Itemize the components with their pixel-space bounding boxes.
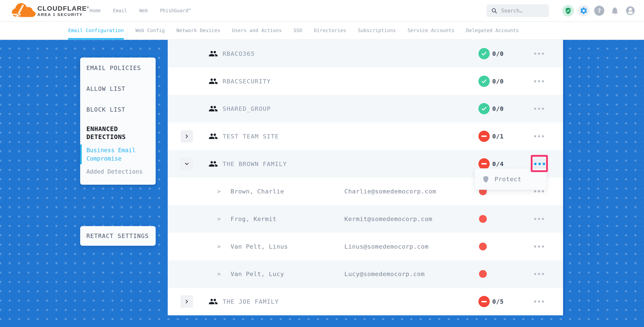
- brand-cloudflare: CLOUDFLARE®: [37, 4, 89, 12]
- member-email: Lucy@somedemocorp.com: [344, 271, 425, 278]
- help-icon[interactable]: ?: [594, 5, 605, 16]
- nav-home[interactable]: Home: [90, 8, 101, 13]
- gear-icon[interactable]: [578, 5, 590, 16]
- status-unprotected-dot: [479, 215, 487, 223]
- groups-panel: RBACO3650/0RBACSECURITY0/0SHARED_GROUP0/…: [168, 40, 563, 315]
- status-ok-icon: [478, 48, 490, 59]
- protected-count: 0/1: [492, 133, 504, 140]
- context-menu[interactable]: Protect: [474, 168, 546, 190]
- cloudflare-logo[interactable]: CLOUDFLARE® AREA 1 SECURITY: [11, 2, 89, 19]
- protected-count: 0/0: [492, 50, 504, 57]
- sidebar-item-business-email-compromise[interactable]: Business Email Compromise: [86, 146, 150, 163]
- member-email: Linus@somedemocorp.com: [344, 243, 428, 250]
- sidebar-item-allow-list[interactable]: ALLOW LIST: [80, 78, 156, 99]
- table-row-the-joe-family: THE JOE FAMILY0/5: [168, 288, 563, 315]
- tab-directories[interactable]: Directories: [314, 21, 346, 40]
- header-icon-row: ?: [562, 0, 636, 21]
- group-name: TEST TEAM SITE: [222, 133, 279, 140]
- sidebar-item-retract-settings[interactable]: RETRACT SETTINGS: [80, 226, 156, 246]
- row-menu-button[interactable]: [534, 190, 544, 192]
- status-blocked-icon: [478, 296, 490, 307]
- status-blocked-icon: [478, 158, 490, 170]
- group-name: RBACO365: [222, 50, 255, 57]
- expand-member-chevron[interactable]: >: [217, 216, 221, 222]
- sidebar-item-block-list[interactable]: BLOCK LIST: [80, 99, 156, 120]
- expand-member-chevron[interactable]: >: [217, 188, 221, 195]
- sidebar-card-retract: RETRACT SETTINGS: [80, 226, 156, 246]
- tab-subscriptions[interactable]: Subscriptions: [358, 21, 396, 40]
- table-row-frog-kermit: >Frog, KermitKermit@somedemocorp.com: [168, 205, 563, 233]
- protected-count: 0/4: [492, 160, 504, 167]
- brand-text: CLOUDFLARE® AREA 1 SECURITY: [37, 4, 89, 17]
- status-ok-icon: [478, 103, 490, 114]
- sidebar-item-added-detections[interactable]: Added Detections: [86, 167, 150, 176]
- group-name: SHARED_GROUP: [222, 105, 271, 112]
- table-row-rbaco365: RBACO3650/0: [168, 40, 563, 67]
- brand-trademark: ®: [87, 6, 89, 9]
- row-menu-button[interactable]: [534, 52, 544, 55]
- shield-check-icon[interactable]: [562, 5, 574, 16]
- nav-phishguard[interactable]: PhishGuard™: [160, 8, 191, 13]
- protected-count: 0/0: [492, 105, 504, 112]
- tab-email-configuration[interactable]: Email Configuration: [68, 21, 124, 40]
- row-menu-button[interactable]: [534, 108, 544, 110]
- tab-service-accounts[interactable]: Service Accounts: [408, 21, 454, 40]
- sidebar-card-policies: EMAIL POLICIESALLOW LISTBLOCK LISTENHANC…: [80, 57, 156, 185]
- protected-count: 0/0: [492, 78, 504, 85]
- sidebar-heading-enhanced-detections: ENHANCED DETECTIONS: [86, 125, 150, 141]
- panel-scrollbar[interactable]: [563, 40, 566, 315]
- row-menu-button[interactable]: [534, 273, 544, 275]
- expand-member-chevron[interactable]: >: [217, 271, 221, 277]
- search-icon: [491, 7, 497, 14]
- bell-icon[interactable]: [609, 5, 621, 16]
- group-icon: [208, 159, 218, 169]
- member-email: Kermit@somedemocorp.com: [344, 215, 432, 222]
- row-menu-button[interactable]: [534, 218, 544, 220]
- group-icon: [208, 49, 218, 58]
- member-name: Van Pelt, Linus: [230, 243, 288, 250]
- tab-users-and-actions[interactable]: Users and Actions: [232, 21, 282, 40]
- config-tabs-bar: Email ConfigurationWeb ConfigNetwork Dev…: [0, 21, 644, 40]
- table-row-test-team-site: TEST TEAM SITE0/1: [168, 122, 563, 150]
- context-menu-item-protect[interactable]: Protect: [494, 176, 522, 183]
- table-row-van-pelt-lucy: >Van Pelt, LucyLucy@somedemocorp.com: [168, 260, 563, 288]
- expand-member-chevron[interactable]: >: [217, 243, 221, 250]
- group-icon: [208, 77, 218, 86]
- app-background: CLOUDFLARE® AREA 1 SECURITY HomeEmailWeb…: [0, 0, 644, 327]
- expand-row-button[interactable]: [180, 130, 193, 142]
- sidebar-section-enhanced-detections: ENHANCED DETECTIONSBusiness Email Compro…: [80, 120, 156, 185]
- nav-web[interactable]: Web: [139, 8, 148, 13]
- status-blocked-icon: [478, 131, 490, 142]
- tab-sso[interactable]: SSO: [294, 21, 302, 40]
- row-menu-button[interactable]: [534, 301, 544, 303]
- table-row-van-pelt-linus: >Van Pelt, LinusLinus@somedemocorp.com: [168, 233, 563, 260]
- row-menu-button[interactable]: [534, 80, 544, 82]
- protected-count: 0/5: [492, 298, 504, 305]
- row-menu-button[interactable]: [534, 135, 544, 137]
- table-row-shared-group: SHARED_GROUP0/0: [168, 95, 563, 122]
- tab-delegated-accounts[interactable]: Delegated Accounts: [466, 21, 519, 40]
- nav-email[interactable]: Email: [113, 8, 127, 13]
- group-name: RBACSECURITY: [222, 78, 271, 85]
- search-box[interactable]: [486, 4, 549, 17]
- cloudflare-cloud-icon: [11, 2, 36, 19]
- member-name: Van Pelt, Lucy: [230, 271, 284, 278]
- tab-web-config[interactable]: Web Config: [136, 21, 165, 40]
- expand-row-button[interactable]: [180, 295, 193, 308]
- sidebar-item-email-policies[interactable]: EMAIL POLICIES: [80, 57, 156, 78]
- row-menu-button[interactable]: [534, 245, 544, 248]
- tab-network-devices[interactable]: Network Devices: [176, 21, 220, 40]
- collapse-row-button[interactable]: [180, 158, 193, 170]
- status-unprotected-dot: [479, 243, 487, 250]
- brand-area1: AREA 1 SECURITY: [37, 12, 89, 17]
- member-name: Brown, Charlie: [230, 188, 284, 195]
- table-row-rbacsecurity: RBACSECURITY0/0: [168, 67, 563, 95]
- group-icon: [208, 297, 218, 306]
- member-email: Charlie@somedemocorp.com: [344, 188, 436, 195]
- account-icon[interactable]: [624, 5, 636, 16]
- row-menu-button[interactable]: [534, 163, 545, 165]
- search-input[interactable]: [501, 7, 546, 14]
- sidebar: DOMAINS & ROUTINGEMAIL POLICIESALLOW LIS…: [80, 57, 156, 185]
- member-name: Frog, Kermit: [230, 215, 276, 222]
- group-icon: [208, 104, 218, 113]
